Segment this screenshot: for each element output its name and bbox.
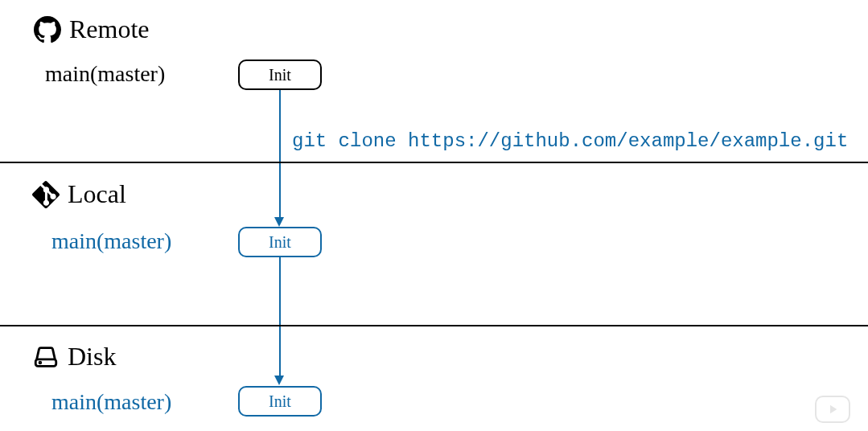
section-title: Disk (68, 342, 116, 371)
section-divider (0, 325, 868, 326)
section-divider (0, 162, 868, 163)
svg-point-1 (39, 362, 41, 363)
branch-label-local: main(master) (51, 228, 171, 254)
commit-label: Init (269, 66, 291, 84)
commit-local-init: Init (238, 227, 322, 257)
branch-label-remote: main(master) (45, 61, 165, 87)
commit-label: Init (269, 233, 291, 252)
arrow-head-icon (274, 376, 284, 385)
play-icon (815, 396, 850, 423)
arrow-remote-to-local (279, 90, 281, 218)
commit-label: Init (269, 392, 291, 411)
git-icon (32, 181, 60, 208)
commit-disk-init: Init (238, 386, 322, 417)
git-command: git clone https://github.com/example/exa… (292, 130, 848, 152)
section-title: Local (68, 179, 126, 209)
section-title: Remote (69, 14, 150, 44)
arrow-local-to-disk (279, 257, 281, 376)
commit-remote-init: Init (238, 60, 322, 90)
disk-icon (32, 343, 60, 371)
section-heading-remote: Remote (34, 14, 150, 44)
section-heading-local: Local (32, 179, 126, 209)
branch-label-disk: main(master) (51, 389, 171, 415)
arrow-head-icon (274, 217, 284, 227)
section-heading-disk: Disk (32, 342, 116, 371)
github-icon (34, 16, 61, 43)
